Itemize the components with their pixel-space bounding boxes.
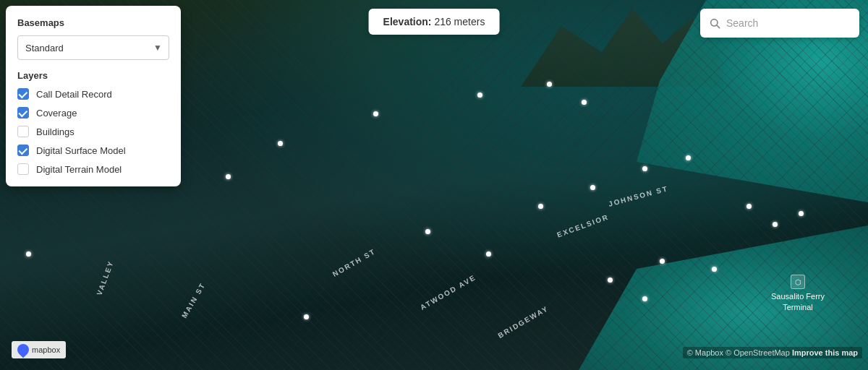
layer-label-digital-terrain-model: Digital Terrain Model [36, 164, 122, 175]
ferry-icon: ⬡ [791, 275, 805, 289]
layer-item-call-detail-record[interactable]: Call Detail Record [17, 88, 169, 100]
search-input[interactable] [726, 17, 851, 29]
map-attribution: © Mapbox © OpenStreetMap Improve this ma… [683, 347, 862, 358]
mapbox-logo-icon [15, 342, 32, 358]
layer-panel: Basemaps Standard Satellite Hybrid Terra… [6, 6, 181, 186]
improve-map-link[interactable]: Improve this map [792, 348, 858, 357]
marker-dot-11 [686, 155, 691, 160]
basemap-select[interactable]: Standard Satellite Hybrid Terrain [17, 35, 169, 60]
attribution-text: © Mapbox © OpenStreetMap [687, 348, 790, 357]
marker-dot-20 [642, 296, 647, 301]
search-icon [709, 17, 720, 29]
basemaps-title: Basemaps [17, 17, 169, 28]
marker-dot-0 [226, 174, 231, 179]
layer-item-coverage[interactable]: Coverage [17, 107, 169, 119]
basemap-select-wrapper: Standard Satellite Hybrid Terrain ▼ [17, 35, 169, 60]
ferry-terminal-name: Sausalito FerryTerminal [771, 292, 825, 311]
marker-dot-3 [477, 92, 482, 98]
layer-label-call-detail-record: Call Detail Record [36, 89, 112, 100]
marker-dot-4 [547, 82, 552, 87]
layer-label-coverage: Coverage [36, 108, 77, 119]
marker-dot-1 [278, 141, 283, 146]
elevation-badge: Elevation: 216 meters [369, 9, 500, 35]
mapbox-logo: mapbox [12, 341, 66, 358]
checkbox-buildings[interactable] [17, 126, 29, 137]
ferry-terminal-label: ⬡ Sausalito FerryTerminal [771, 275, 825, 312]
checkbox-digital-surface-model[interactable] [17, 145, 29, 156]
mapbox-logo-text: mapbox [32, 345, 60, 354]
checkbox-coverage[interactable] [17, 107, 29, 119]
marker-dot-16 [712, 267, 717, 272]
marker-dot-9 [590, 185, 595, 190]
checkbox-call-detail-record[interactable] [17, 88, 29, 100]
layer-label-digital-surface-model: Digital Surface Model [36, 145, 126, 156]
elevation-value: 216 meters [434, 16, 485, 27]
marker-dot-12 [746, 204, 752, 209]
layer-label-buildings: Buildings [36, 126, 75, 137]
marker-dot-14 [799, 211, 804, 216]
layer-item-buildings[interactable]: Buildings [17, 126, 169, 137]
layers-title: Layers [17, 70, 169, 81]
search-bar [700, 9, 859, 38]
marker-dot-19 [608, 278, 613, 283]
checkbox-digital-terrain-model[interactable] [17, 163, 29, 175]
marker-dot-2 [373, 111, 378, 116]
marker-dot-8 [538, 204, 543, 209]
layer-item-digital-terrain-model[interactable]: Digital Terrain Model [17, 163, 169, 175]
elevation-label: Elevation: [383, 16, 435, 27]
layers-list: Call Detail RecordCoverageBuildingsDigit… [17, 88, 169, 175]
svg-line-1 [717, 25, 720, 28]
layer-item-digital-surface-model[interactable]: Digital Surface Model [17, 145, 169, 156]
